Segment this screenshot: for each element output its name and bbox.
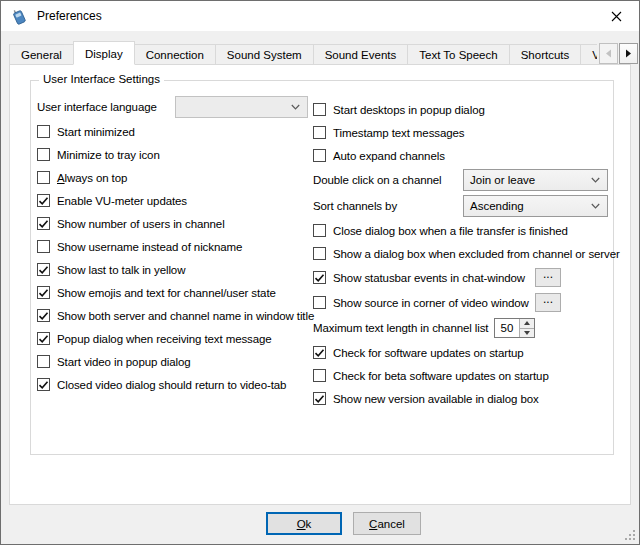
auto-expand-channels-checkbox[interactable] (313, 149, 326, 162)
start-desktops-in-popup-dialog-row: Start desktops in popup dialog (313, 98, 613, 121)
double-click-on-a-channel-value: Join or leave (464, 174, 591, 186)
show-emojis-and-text-checkbox[interactable] (37, 286, 50, 299)
popup-dialog-text-message-checkbox[interactable] (37, 332, 50, 345)
minimize-to-tray-icon-checkbox[interactable] (37, 148, 50, 161)
always-on-top-label: Always on top (57, 172, 127, 184)
show-server-and-channel-in-title-label: Show both server and channel name in win… (57, 310, 314, 322)
show-number-of-users-in-channel-label: Show number of users in channel (57, 218, 225, 230)
show-emojis-and-text-label: Show emojis and text for channel/user st… (57, 287, 276, 299)
arrow-right-icon (625, 49, 632, 58)
spin-down-button[interactable] (520, 328, 534, 338)
start-video-in-popup-dialog-row: Start video in popup dialog (37, 350, 313, 373)
tab-scroll-left-button[interactable] (599, 43, 618, 64)
double-click-on-a-channel-label: Double click on a channel (313, 174, 463, 186)
close-button[interactable] (594, 1, 639, 31)
show-statusbar-events-checkbox[interactable] (313, 271, 326, 284)
close-dialog-file-transfer-row: Close dialog box when a file transfer is… (313, 219, 613, 242)
start-video-in-popup-dialog-label: Start video in popup dialog (57, 356, 190, 368)
closed-video-dialog-return-label: Closed video dialog should return to vid… (57, 379, 286, 391)
check-beta-updates-checkbox[interactable] (313, 369, 326, 382)
tab-connection[interactable]: Connection (134, 44, 216, 65)
double-click-on-a-channel-combobox[interactable]: Join or leave (463, 169, 608, 191)
tab-bar: GeneralDisplayConnectionSound SystemSoun… (9, 41, 597, 65)
show-statusbar-events-label: Show statusbar events in chat-window (333, 272, 529, 284)
show-emojis-and-text-row: Show emojis and text for channel/user st… (37, 281, 313, 304)
tab-shortcuts[interactable]: Shortcuts (509, 44, 582, 65)
maximum-text-length-label: Maximum text length in channel list (313, 322, 488, 334)
start-minimized-label: Start minimized (57, 126, 135, 138)
spin-up-button[interactable] (520, 319, 534, 328)
tab-display[interactable]: Display (73, 41, 135, 65)
show-new-version-dialog-checkbox[interactable] (313, 392, 326, 405)
app-icon (11, 8, 28, 25)
maximum-text-length-spin-arrows (519, 319, 534, 337)
ok-button[interactable]: Ok (266, 512, 342, 535)
tab-scroll-right-button[interactable] (619, 43, 638, 64)
timestamp-text-messages-checkbox[interactable] (313, 126, 326, 139)
chevron-down-icon (591, 203, 600, 209)
show-source-video-window-ellipsis-button[interactable]: ... (535, 293, 561, 312)
sort-channels-by-label: Sort channels by (313, 200, 463, 212)
sort-channels-by-row: Sort channels byAscending (313, 193, 613, 219)
double-click-on-a-channel-row: Double click on a channelJoin or leave (313, 167, 613, 193)
check-software-updates-label: Check for software updates on startup (333, 347, 524, 359)
show-new-version-dialog-label: Show new version available in dialog box (333, 393, 539, 405)
check-software-updates-row: Check for software updates on startup (313, 341, 613, 364)
minimize-to-tray-icon-label: Minimize to tray icon (57, 149, 160, 161)
user-interface-language-row: User interface language (37, 94, 313, 120)
start-minimized-checkbox[interactable] (37, 125, 50, 138)
always-on-top-row: Always on top (37, 166, 313, 189)
tab-scroll-buttons (598, 43, 638, 64)
user-interface-language-label: User interface language (37, 101, 175, 113)
resize-grip[interactable] (623, 528, 636, 541)
show-username-instead-of-nickname-checkbox[interactable] (37, 240, 50, 253)
closed-video-dialog-return-row: Closed video dialog should return to vid… (37, 373, 313, 396)
preferences-dialog: Preferences GeneralDisplayConnectionSoun… (0, 0, 640, 545)
popup-dialog-text-message-row: Popup dialog when receiving text message (37, 327, 313, 350)
cancel-button[interactable]: Cancel (353, 512, 421, 535)
tab-video[interactable]: Video (580, 44, 597, 65)
closed-video-dialog-return-checkbox[interactable] (37, 378, 50, 391)
close-icon (611, 11, 622, 22)
titlebar: Preferences (1, 1, 639, 31)
show-last-to-talk-in-yellow-checkbox[interactable] (37, 263, 50, 276)
close-dialog-file-transfer-label: Close dialog box when a file transfer is… (333, 225, 568, 237)
show-new-version-dialog-row: Show new version available in dialog box (313, 387, 613, 410)
show-dialog-when-excluded-checkbox[interactable] (313, 247, 326, 260)
sort-channels-by-combobox[interactable]: Ascending (463, 195, 608, 217)
group-title: User Interface Settings (39, 73, 164, 85)
chevron-down-icon (291, 104, 300, 110)
show-last-to-talk-in-yellow-label: Show last to talk in yellow (57, 264, 185, 276)
start-video-in-popup-dialog-checkbox[interactable] (37, 355, 50, 368)
tab-general[interactable]: General (9, 44, 74, 65)
show-last-to-talk-in-yellow-row: Show last to talk in yellow (37, 258, 313, 281)
show-number-of-users-in-channel-checkbox[interactable] (37, 217, 50, 230)
show-statusbar-events-row: Show statusbar events in chat-window... (313, 265, 613, 290)
enable-vu-meter-updates-checkbox[interactable] (37, 194, 50, 207)
enable-vu-meter-updates-row: Enable VU-meter updates (37, 189, 313, 212)
always-on-top-checkbox[interactable] (37, 171, 50, 184)
show-source-video-window-checkbox[interactable] (313, 296, 326, 309)
start-desktops-in-popup-dialog-label: Start desktops in popup dialog (333, 104, 485, 116)
tab-page-display: User Interface Settings User interface l… (9, 64, 631, 505)
tab-text-to-speech[interactable]: Text To Speech (407, 44, 509, 65)
chevron-down-icon (591, 177, 600, 183)
show-dialog-when-excluded-label: Show a dialog box when excluded from cha… (333, 248, 620, 260)
show-source-video-window-label: Show source in corner of video window (333, 297, 529, 309)
close-dialog-file-transfer-checkbox[interactable] (313, 224, 326, 237)
auto-expand-channels-label: Auto expand channels (333, 150, 445, 162)
left-settings-column: User interface languageStart minimizedMi… (37, 94, 313, 396)
check-software-updates-checkbox[interactable] (313, 346, 326, 359)
right-settings-column: Start desktops in popup dialogTimestamp … (313, 98, 613, 410)
show-server-and-channel-in-title-checkbox[interactable] (37, 309, 50, 322)
user-interface-language-combobox[interactable] (175, 96, 308, 118)
popup-dialog-text-message-label: Popup dialog when receiving text message (57, 333, 272, 345)
show-username-instead-of-nickname-row: Show username instead of nickname (37, 235, 313, 258)
start-desktops-in-popup-dialog-checkbox[interactable] (313, 103, 326, 116)
show-statusbar-events-ellipsis-button[interactable]: ... (535, 268, 561, 287)
tab-sound-system[interactable]: Sound System (215, 44, 314, 65)
tab-sound-events[interactable]: Sound Events (313, 44, 409, 65)
auto-expand-channels-row: Auto expand channels (313, 144, 613, 167)
show-dialog-when-excluded-row: Show a dialog box when excluded from cha… (313, 242, 613, 265)
maximum-text-length-spinbox[interactable]: 50 (494, 318, 535, 338)
